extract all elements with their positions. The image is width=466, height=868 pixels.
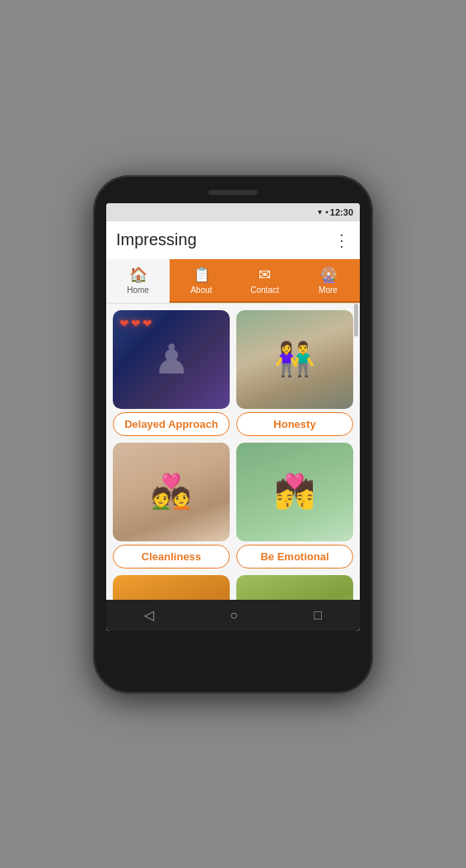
status-bar: ▾ ▪ 12:30 — [106, 203, 360, 221]
home-button[interactable]: ○ — [217, 605, 251, 626]
heart-2: ❤ — [131, 317, 141, 330]
card-5-image[interactable] — [113, 575, 230, 600]
heart-1: ❤ — [119, 317, 129, 330]
phone-frame: ▾ ▪ 12:30 Impressing ⋮ 🏠 Home 📋 About ✉ … — [93, 175, 373, 694]
couple-back-image — [236, 310, 353, 409]
more-options-button[interactable]: ⋮ — [333, 230, 350, 250]
tab-home-label: Home — [127, 285, 149, 295]
tab-home[interactable]: 🏠 Home — [106, 259, 170, 303]
back-button[interactable]: ◁ — [131, 604, 167, 626]
content-area[interactable]: ❤ ❤ ❤ Delayed Approach Honesty — [106, 304, 360, 600]
card-be-emotional: Be Emotional — [236, 443, 353, 569]
card-cleanliness-image[interactable] — [113, 443, 230, 541]
contact-icon: ✉ — [259, 266, 271, 284]
status-icons: ▾ ▪ — [318, 207, 329, 216]
phone-screen: ▾ ▪ 12:30 Impressing ⋮ 🏠 Home 📋 About ✉ … — [106, 203, 360, 631]
tab-contact-label: Contact — [250, 285, 278, 295]
garden-image — [236, 575, 353, 600]
honesty-label[interactable]: Honesty — [236, 412, 353, 436]
battery-icon: ▪ — [325, 207, 329, 216]
card-delayed-approach: ❤ ❤ ❤ Delayed Approach — [113, 310, 230, 436]
tab-more-label: More — [319, 285, 338, 295]
card-6-image[interactable] — [236, 575, 353, 600]
card-delayed-approach-image[interactable]: ❤ ❤ ❤ — [113, 310, 230, 409]
party-image — [113, 575, 230, 600]
wifi-icon: ▾ — [318, 207, 322, 216]
card-cleanliness: Cleanliness — [113, 443, 230, 569]
home-icon: 🏠 — [129, 266, 147, 284]
app-bar: Impressing ⋮ — [106, 221, 360, 259]
speaker — [208, 190, 258, 195]
delayed-approach-label[interactable]: Delayed Approach — [113, 412, 230, 436]
tab-about[interactable]: 📋 About — [170, 259, 233, 303]
couple-formal-image — [236, 443, 353, 541]
card-grid: ❤ ❤ ❤ Delayed Approach Honesty — [113, 310, 353, 600]
tab-bar: 🏠 Home 📋 About ✉ Contact 🎡 More — [106, 259, 360, 304]
chess-image: ❤ ❤ ❤ — [113, 310, 230, 409]
card-be-emotional-image[interactable] — [236, 443, 353, 541]
cleanliness-label[interactable]: Cleanliness — [113, 545, 230, 569]
bottom-nav: ◁ ○ □ — [106, 600, 360, 631]
tab-more[interactable]: 🎡 More — [296, 259, 360, 303]
card-honesty: Honesty — [236, 310, 353, 436]
card-5 — [113, 575, 230, 600]
tab-contact[interactable]: ✉ Contact — [233, 259, 296, 303]
tab-about-label: About — [190, 285, 212, 295]
couple-lie-image — [113, 443, 230, 541]
scroll-indicator — [354, 304, 358, 337]
heart-3: ❤ — [142, 317, 152, 330]
app-title: Impressing — [116, 230, 333, 249]
card-6 — [236, 575, 353, 600]
be-emotional-label[interactable]: Be Emotional — [236, 545, 353, 569]
clock: 12:30 — [330, 207, 353, 217]
card-honesty-image[interactable] — [236, 310, 353, 409]
recents-button[interactable]: □ — [301, 605, 335, 626]
more-icon: 🎡 — [319, 266, 338, 284]
about-icon: 📋 — [193, 266, 211, 284]
hearts-overlay: ❤ ❤ ❤ — [119, 317, 152, 330]
